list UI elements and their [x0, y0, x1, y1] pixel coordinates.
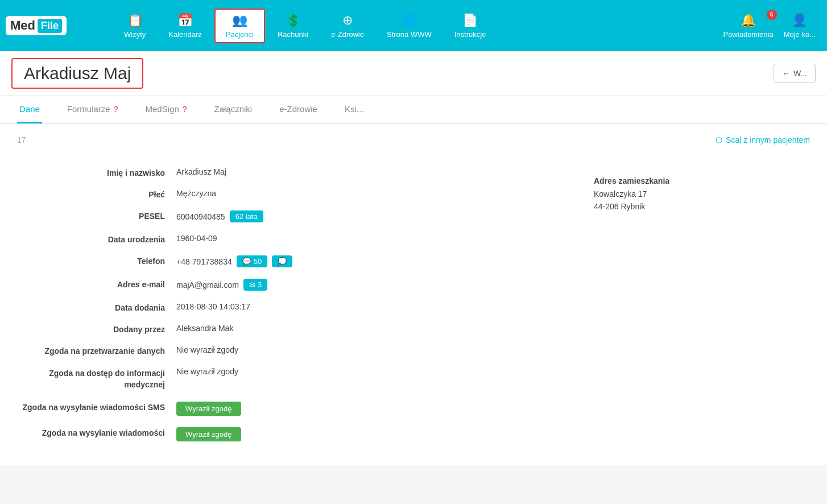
value-added-by: Aleksandra Mak [176, 324, 233, 333]
value-phone: +48 791738834 💬 50 💭 [176, 255, 292, 267]
left-data-column: Imię i nazwisko Arkadiusz Maj Płeć Mężcz… [17, 156, 571, 447]
tab-zalaczniki[interactable]: Załączniki [212, 96, 255, 123]
email-count-badge[interactable]: ✉ 3 [243, 279, 267, 291]
tabs-bar: Dane Formularze ? MedSign ? Załączniki e… [0, 96, 827, 124]
consent-msg-badge: Wyraził zgodę [176, 427, 241, 441]
tab-ksi[interactable]: Ksi... [342, 96, 366, 123]
nav-label-strona-www: Strona WWW [387, 30, 432, 39]
tab-e-zdrowie-label: e-Zdrowie [279, 104, 317, 114]
row-pesel: PESEL 60040940485 62 lata [17, 205, 571, 228]
nav-item-moje-konto[interactable]: 👤 Moje ko... [784, 13, 816, 39]
address-label: Adres zamieszkania [594, 176, 810, 185]
patient-consent-data: Nie wyraził zgody [176, 345, 238, 354]
tab-formularze-label: Formularze [67, 104, 110, 114]
tab-dane-label: Dane [19, 104, 40, 114]
nav-label-powiadomienia: Powiadomienia [723, 30, 773, 39]
tab-e-zdrowie[interactable]: e-Zdrowie [277, 96, 320, 123]
e-zdrowie-icon: ⊕ [342, 13, 353, 28]
patient-name-box: Arkadiusz Maj [11, 58, 143, 89]
address-line2: 44-206 Rybnik [594, 202, 645, 211]
label-consent-data: Zgoda na przetwarzanie danych [17, 345, 176, 356]
nav-item-powiadomienia[interactable]: 🔔 6 Powiadomienia [723, 13, 773, 39]
back-icon: ← [782, 69, 790, 78]
nav-label-pacjenci: Pacjenci [226, 30, 254, 39]
row-added-by: Dodany przez Aleksandra Mak [17, 318, 571, 340]
patient-email: majA@gmail.com [176, 280, 239, 290]
nav-right: 🔔 6 Powiadomienia 👤 Moje ko... [723, 13, 821, 39]
value-email: majA@gmail.com ✉ 3 [176, 279, 267, 291]
formularze-help-icon[interactable]: ? [114, 105, 118, 114]
email-icon: ✉ [249, 280, 255, 289]
value-pesel: 60040940485 62 lata [176, 210, 263, 222]
pacjenci-icon: 👥 [232, 13, 247, 28]
value-consent-data: Nie wyraził zgody [176, 345, 238, 354]
tab-zalaczniki-label: Załączniki [214, 104, 253, 114]
sms-count: 50 [254, 257, 262, 266]
row-birthdate: Data urodzenia 1960-04-09 [17, 228, 571, 250]
record-id: 17 [17, 135, 26, 144]
nav-item-strona-www[interactable]: 🌐 Strona WWW [377, 10, 442, 42]
nav-label-instrukcje: Instrukcje [454, 30, 486, 39]
logo[interactable]: Med File [6, 16, 67, 35]
nav-item-instrukcje[interactable]: 📄 Instrukcje [444, 10, 497, 42]
address-block: Adres zamieszkania Kowalczyka 17 44-206 … [594, 176, 810, 213]
logo-med-text: Med [10, 18, 35, 33]
label-birthdate: Data urodzenia [17, 234, 176, 244]
label-pesel: PESEL [17, 210, 176, 221]
nav-label-rachunki: Rachunki [278, 30, 308, 39]
value-birthdate: 1960-04-09 [176, 234, 217, 243]
row-plec: Płeć Mężczyzna [17, 183, 571, 205]
nav-item-pacjenci[interactable]: 👥 Pacjenci [214, 9, 265, 43]
nav-item-e-zdrowie[interactable]: ⊕ e-Zdrowie [321, 10, 374, 42]
kalendarz-icon: 📅 [177, 13, 193, 28]
label-plec: Płeć [17, 189, 176, 199]
back-label: W... [793, 69, 807, 78]
row-consent-medical: Zgoda na dostęp do informacjimedycznej N… [17, 361, 571, 396]
content-area: 17 ⬡ Scal z innym pacjentem Imię i nazwi… [0, 124, 827, 465]
page-header: Arkadiusz Maj ← W... [0, 51, 827, 96]
patient-gender: Mężczyzna [176, 189, 216, 198]
nav-label-e-zdrowie: e-Zdrowie [331, 30, 364, 39]
nav-label-moje-konto: Moje ko... [784, 30, 816, 39]
logo-file-text: File [38, 19, 62, 33]
notification-badge: 6 [767, 10, 777, 20]
patient-name: Arkadiusz Maj [24, 64, 131, 82]
nav-label-kalendarz: Kalendarz [168, 30, 202, 39]
sms-icon: 💬 [242, 257, 251, 266]
value-consent-medical: Nie wyraził zgody [176, 367, 238, 376]
patient-added-by: Aleksandra Mak [176, 324, 233, 333]
sms-count-badge[interactable]: 💬 50 [237, 255, 267, 267]
rachunki-icon: 💲 [286, 13, 301, 28]
instrukcje-icon: 📄 [462, 13, 478, 28]
tab-dane[interactable]: Dane [17, 96, 42, 123]
tab-medsign[interactable]: MedSign ? [143, 96, 189, 123]
back-button[interactable]: ← W... [774, 64, 816, 83]
wizyty-icon: 📋 [127, 13, 143, 28]
label-date-added: Data dodania [17, 302, 176, 312]
bell-icon: 🔔 [741, 13, 756, 28]
age-badge: 62 lata [230, 210, 263, 222]
nav-item-wizyty[interactable]: 📋 Wizyty [114, 10, 156, 42]
medsign-help-icon[interactable]: ? [183, 105, 187, 114]
patient-data-table: Imię i nazwisko Arkadiusz Maj Płeć Mężcz… [17, 162, 571, 447]
tab-formularze[interactable]: Formularze ? [65, 96, 121, 123]
value-consent-sms: Wyraził zgodę [176, 402, 241, 416]
label-name: Imię i nazwisko [17, 167, 176, 177]
logo-area[interactable]: Med File [6, 16, 108, 35]
right-data-column: Adres zamieszkania Kowalczyka 17 44-206 … [571, 156, 810, 447]
consent-sms-badge: Wyraził zgodę [176, 402, 241, 416]
nav-label-wizyty: Wizyty [124, 30, 146, 39]
email-count: 3 [258, 280, 262, 289]
merge-link[interactable]: ⬡ Scal z innym pacjentem [716, 135, 810, 144]
row-date-added: Data dodania 2018-08-30 14:03:17 [17, 296, 571, 318]
address-line1: Kowalczyka 17 [594, 189, 647, 199]
chat-badge[interactable]: 💭 [272, 255, 292, 267]
label-phone: Telefon [17, 255, 176, 266]
patient-birthdate: 1960-04-09 [176, 234, 217, 243]
nav-item-rachunki[interactable]: 💲 Rachunki [267, 10, 319, 42]
value-date-added: 2018-08-30 14:03:17 [176, 302, 250, 311]
row-consent-data: Zgoda na przetwarzanie danych Nie wyrazi… [17, 340, 571, 361]
nav-item-kalendarz[interactable]: 📅 Kalendarz [158, 10, 212, 42]
label-added-by: Dodany przez [17, 324, 176, 334]
merge-icon: ⬡ [716, 135, 722, 144]
